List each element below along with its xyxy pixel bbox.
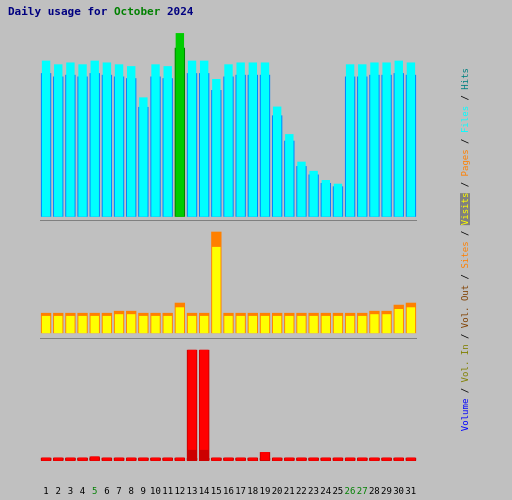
legend-vol-out: Vol. Out <box>460 285 470 328</box>
svg-rect-164 <box>91 457 99 461</box>
svg-rect-166 <box>103 458 111 461</box>
legend-hits: Hits <box>460 68 470 90</box>
svg-rect-39 <box>273 107 281 217</box>
svg-rect-158 <box>54 458 62 461</box>
svg-rect-13 <box>115 64 123 216</box>
x-axis-label: 18 <box>247 486 259 496</box>
x-axis-label: 25 <box>332 486 344 496</box>
svg-rect-49 <box>334 184 342 217</box>
svg-rect-212 <box>382 458 390 461</box>
svg-rect-57 <box>382 62 390 216</box>
x-axis-label: 9 <box>137 486 149 496</box>
svg-rect-186 <box>224 458 232 461</box>
x-axis-label: 30 <box>393 486 405 496</box>
x-axis-labels: 1234567891011121314151617181920212223242… <box>40 484 417 498</box>
x-axis-label: 15 <box>210 486 222 496</box>
svg-rect-33 <box>236 62 244 216</box>
legend-pages: Pages <box>460 150 470 177</box>
svg-rect-27 <box>200 61 208 217</box>
x-axis-label: 14 <box>198 486 210 496</box>
svg-rect-180 <box>188 350 196 450</box>
svg-rect-93 <box>224 316 232 333</box>
svg-rect-7 <box>78 64 86 216</box>
svg-rect-51 <box>346 64 354 216</box>
svg-rect-97 <box>249 316 257 333</box>
svg-rect-95 <box>236 316 244 333</box>
svg-rect-67 <box>66 316 74 333</box>
x-axis-label: 11 <box>162 486 174 496</box>
x-axis-label: 13 <box>186 486 198 496</box>
x-axis-label: 17 <box>235 486 247 496</box>
svg-rect-121 <box>395 309 403 333</box>
svg-rect-204 <box>334 458 342 461</box>
svg-rect-71 <box>91 316 99 333</box>
x-axis-label: 23 <box>307 486 319 496</box>
svg-rect-208 <box>358 458 366 461</box>
svg-rect-182 <box>200 350 208 450</box>
legend-visits: Visits <box>460 193 470 226</box>
svg-rect-188 <box>236 458 244 461</box>
svg-rect-79 <box>139 316 147 333</box>
svg-rect-29 <box>212 79 220 217</box>
svg-rect-184 <box>212 458 220 461</box>
bot-chart-area <box>40 343 417 463</box>
svg-rect-170 <box>127 458 135 461</box>
x-axis-label: 27 <box>356 486 368 496</box>
svg-rect-61 <box>407 62 415 216</box>
legend-text: Volume / Vol. In / Vol. Out / Sites / Vi… <box>460 68 470 431</box>
svg-rect-198 <box>297 458 305 461</box>
top-chart-svg <box>40 25 417 220</box>
svg-rect-47 <box>322 180 330 217</box>
x-axis-label: 21 <box>283 486 295 496</box>
svg-rect-53 <box>358 64 366 216</box>
svg-rect-35 <box>249 62 257 216</box>
svg-rect-206 <box>346 458 354 461</box>
top-chart-area <box>40 25 417 220</box>
legend-sep7: / <box>460 90 470 101</box>
x-axis-label: 24 <box>320 486 332 496</box>
mid-chart-svg <box>40 225 417 335</box>
svg-rect-77 <box>127 314 135 333</box>
svg-rect-89 <box>200 316 208 333</box>
svg-rect-178 <box>176 458 184 461</box>
x-axis-label: 16 <box>222 486 234 496</box>
svg-rect-192 <box>261 452 269 460</box>
x-axis-label: 26 <box>344 486 356 496</box>
svg-rect-168 <box>115 458 123 461</box>
svg-rect-210 <box>370 458 378 461</box>
svg-rect-9 <box>91 61 99 217</box>
divider-2 <box>40 338 417 339</box>
legend-sep1: / <box>460 383 470 394</box>
svg-rect-111 <box>334 316 342 333</box>
svg-rect-101 <box>273 316 281 333</box>
legend-volume: Volume <box>460 399 470 432</box>
svg-rect-103 <box>285 316 293 333</box>
chart-year: 2024 <box>167 5 194 18</box>
svg-rect-87 <box>188 316 196 333</box>
svg-rect-115 <box>358 316 366 333</box>
svg-rect-31 <box>224 64 232 216</box>
svg-rect-81 <box>151 316 159 333</box>
svg-rect-194 <box>273 458 281 461</box>
svg-rect-85 <box>176 307 184 333</box>
chart-container: Daily usage for October 2024 12345678910… <box>0 0 512 500</box>
legend-sites: Sites <box>460 242 470 269</box>
x-axis-label: 31 <box>405 486 417 496</box>
x-axis-label: 22 <box>295 486 307 496</box>
legend-right: Volume / Vol. In / Vol. Out / Sites / Vi… <box>420 25 510 475</box>
svg-rect-83 <box>163 316 171 333</box>
x-axis-label: 2 <box>52 486 64 496</box>
legend-sep6: / <box>460 133 470 144</box>
mid-chart-area <box>40 225 417 335</box>
svg-rect-160 <box>66 458 74 461</box>
legend-sep5: / <box>460 177 470 188</box>
svg-rect-113 <box>346 316 354 333</box>
svg-rect-99 <box>261 316 269 333</box>
svg-rect-65 <box>54 316 62 333</box>
svg-rect-11 <box>103 62 111 216</box>
chart-month: October <box>114 5 160 18</box>
svg-rect-105 <box>297 316 305 333</box>
svg-rect-91 <box>212 247 220 333</box>
svg-rect-1 <box>42 61 50 217</box>
svg-rect-19 <box>151 64 159 216</box>
